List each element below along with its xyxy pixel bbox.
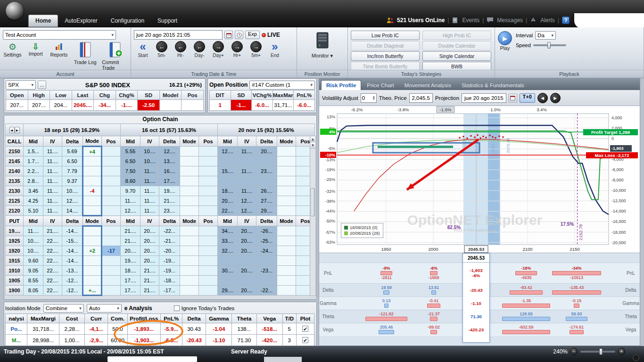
chain-cell[interactable]: 11.... [238, 186, 256, 196]
chain-cell[interactable]: 9.70 [121, 186, 140, 196]
chain-cell[interactable] [218, 256, 238, 266]
calendar-icon[interactable] [224, 31, 233, 39]
projection-date-input[interactable]: jue 20 ago 2015 [462, 93, 506, 103]
combine-select[interactable]: Combine▾ [43, 304, 84, 313]
chain-cell[interactable] [180, 266, 199, 276]
chain-cell[interactable] [102, 166, 121, 176]
nav-day+[interactable]: →Day+ [210, 41, 226, 58]
projection-calendar-icon[interactable] [509, 94, 517, 102]
chain-cell[interactable] [277, 196, 296, 206]
chain-cell[interactable] [199, 226, 218, 236]
chain-cell[interactable]: 5.10 [24, 206, 43, 216]
account-selector[interactable]: Test Account▾ [3, 30, 116, 40]
chain-cell[interactable]: 11.... [43, 196, 62, 206]
chain-cell[interactable] [199, 166, 218, 176]
chain-cell[interactable]: 2.2... [24, 166, 43, 176]
chain-cell[interactable] [199, 176, 218, 186]
strike-cell[interactable]: 1905 [6, 276, 24, 286]
chain-cell[interactable] [199, 266, 218, 276]
strategy-high-prob-ic[interactable]: High Prob IC [422, 31, 491, 40]
scroll-up-icon[interactable]: ▲ [310, 136, 315, 142]
chain-cell[interactable] [199, 196, 218, 206]
strike-cell[interactable]: 19.... [6, 226, 24, 236]
chain-cell[interactable] [102, 196, 121, 206]
datetime-input[interactable]: jue 20 ago 2015 21:05 [134, 30, 223, 40]
chain-cell[interactable] [277, 266, 296, 276]
chain-cell[interactable]: 29.... [256, 206, 277, 216]
chain-cell[interactable] [83, 196, 102, 206]
tab-autoexplorer[interactable]: AutoExplorer [58, 15, 104, 27]
chain-cell[interactable] [83, 266, 102, 276]
chain-cell[interactable]: 20.... [238, 246, 256, 256]
chain-cell[interactable]: 21.... [159, 196, 180, 206]
chain-cell[interactable] [238, 276, 256, 286]
strike-cell[interactable]: 2135 [6, 176, 24, 186]
strike-cell[interactable]: 1915 [6, 256, 24, 266]
chain-cell[interactable]: -22... [256, 286, 277, 296]
chain-cell[interactable]: -24... [256, 246, 277, 256]
ignore-trades-checkbox[interactable] [174, 305, 180, 311]
chain-cell[interactable]: 18.... [121, 266, 140, 276]
chain-cell[interactable] [83, 226, 102, 236]
chain-cell[interactable] [102, 186, 121, 196]
nav-end[interactable]: »End [267, 41, 283, 58]
chain-cell[interactable]: 10.... [140, 156, 159, 166]
chain-cell[interactable]: 14.... [62, 206, 83, 216]
chain-cell[interactable]: 22.... [43, 236, 62, 246]
chain-cell[interactable] [277, 236, 296, 246]
app-logo-icon[interactable] [6, 2, 24, 20]
import-button[interactable]: ⇩ Import [26, 41, 45, 57]
chain-cell[interactable]: 29.... [218, 286, 238, 296]
chain-cell[interactable] [180, 156, 199, 166]
projection-forward-button[interactable]: ► [550, 93, 561, 103]
chain-cell[interactable]: 8.60 [121, 176, 140, 186]
menu-alerts[interactable]: Alerts [540, 17, 555, 24]
chain-cell[interactable] [238, 176, 256, 186]
chain-cell[interactable]: 11.... [43, 176, 62, 186]
tab-price-chart[interactable]: Price Chart [362, 81, 399, 90]
chain-cell[interactable]: 17.... [121, 276, 140, 286]
chain-cell[interactable]: -25... [256, 236, 277, 246]
pager-right-button[interactable]: ▸ [15, 127, 20, 133]
chain-cell[interactable]: 17.... [121, 286, 140, 296]
chain-cell[interactable]: -12... [62, 286, 83, 296]
strategy-double-diagonal[interactable]: Double Diagonal [351, 41, 420, 50]
chain-cell[interactable]: 11.... [238, 166, 256, 176]
chain-cell[interactable]: 22.... [43, 266, 62, 276]
exp-button[interactable]: Exp [245, 31, 260, 39]
position-selector[interactable]: #147 Custom (1▾ [249, 81, 315, 90]
chain-cell[interactable]: 11.... [121, 196, 140, 206]
chain-cell[interactable] [180, 176, 199, 186]
chain-cell[interactable]: 12.... [159, 147, 180, 156]
chain-cell[interactable]: 20.... [218, 196, 238, 206]
chain-cell[interactable]: 20.... [238, 226, 256, 236]
chain-cell[interactable] [180, 276, 199, 286]
strike-cell[interactable]: 2150 [6, 147, 24, 156]
chain-cell[interactable]: -26... [256, 226, 277, 236]
strike-cell[interactable]: 2140 [6, 166, 24, 176]
chain-cell[interactable]: 11.... [43, 147, 62, 156]
chain-cell[interactable]: 21.... [121, 226, 140, 236]
spinner-down-icon[interactable]: ▼ [372, 98, 375, 100]
chain-cell[interactable] [277, 286, 296, 296]
chain-cell[interactable]: +... [83, 286, 102, 296]
chain-cell[interactable] [102, 226, 121, 236]
chain-cell[interactable] [102, 256, 121, 266]
chain-cell[interactable] [277, 276, 296, 286]
scrollbar-thumb[interactable] [311, 188, 315, 216]
chain-cell[interactable] [83, 236, 102, 246]
chain-cell[interactable]: 20.... [140, 246, 159, 256]
chain-cell[interactable] [218, 176, 238, 186]
chain-cell[interactable]: 19.... [121, 256, 140, 266]
play-button[interactable]: ▶ [498, 31, 512, 45]
chain-cell[interactable]: 11.... [140, 186, 159, 196]
chain-cell[interactable] [277, 186, 296, 196]
chain-cell[interactable] [218, 156, 238, 166]
chain-cell[interactable]: 7.79 [62, 166, 83, 176]
chain-cell[interactable] [102, 206, 121, 216]
chain-cell[interactable]: -4 [83, 186, 102, 196]
volatility-spinner[interactable]: 0 ▲▼ [361, 93, 377, 103]
scroll-down-icon[interactable]: ▼ [310, 142, 315, 148]
chain-cell[interactable]: 11.... [140, 176, 159, 186]
chain-cell[interactable]: 13.... [159, 156, 180, 166]
